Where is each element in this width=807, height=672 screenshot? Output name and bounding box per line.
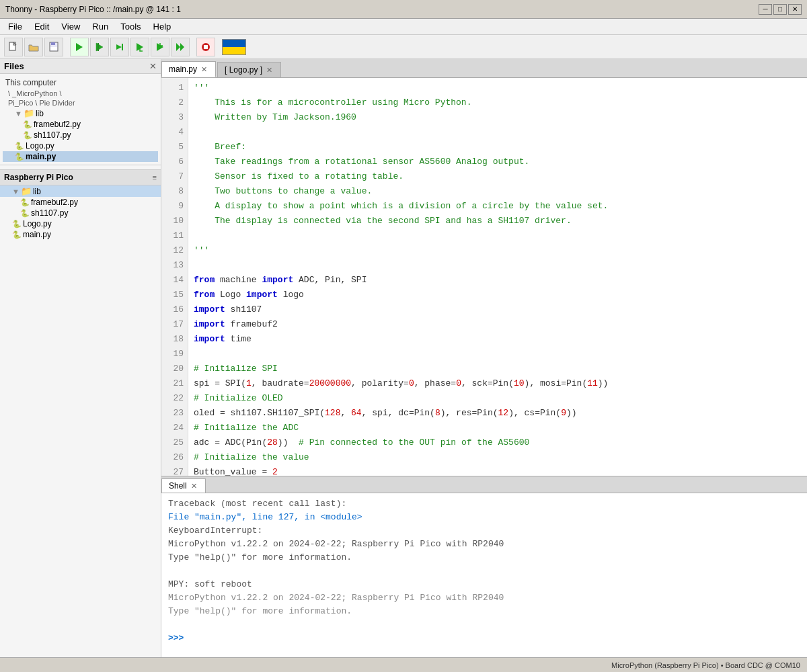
shell-line-8: Type "help()" for more information. [168, 605, 800, 618]
tab-logo-py-close[interactable]: ✕ [265, 66, 274, 75]
computer-framebuf2[interactable]: 🐍 framebuf2.py [3, 119, 158, 130]
tab-main-py-label: main.py [169, 65, 197, 74]
shell-content[interactable]: Traceback (most recent call last): File … [161, 493, 807, 657]
framebuf2-label: framebuf2.py [34, 120, 81, 129]
py-green-icon2: 🐍 [12, 220, 22, 228]
menu-help[interactable]: Help [148, 20, 177, 33]
save-file-button[interactable] [44, 38, 63, 56]
py-icon: 🐍 [23, 120, 32, 129]
computer-main[interactable]: 🐍 main.py [3, 151, 158, 162]
files-panel-title: Files [4, 61, 145, 71]
code-content[interactable]: ''' This is for a microcontroller using … [188, 78, 807, 476]
pico-framebuf2-label: framebuf2.py [31, 198, 78, 207]
svg-rect-14 [204, 45, 208, 49]
menu-tools[interactable]: Tools [115, 20, 146, 33]
shell-line-5: Type "help()" for more information. [168, 551, 800, 564]
file-panel: Files ✕ This computer \ _MicroPython \ P… [0, 59, 161, 657]
shell-line-2: File "main.py", line 127, in <module> [168, 511, 800, 524]
svg-marker-7 [116, 44, 122, 50]
tab-main-py-close[interactable]: ✕ [200, 65, 208, 74]
py-icon2: 🐍 [20, 198, 30, 207]
svg-marker-5 [96, 43, 103, 51]
py-green-icon: 🐍 [15, 142, 24, 151]
file-tree-scroll: This computer \ _MicroPython \ Pi_Pico \… [0, 74, 161, 657]
svg-marker-4 [76, 43, 83, 51]
computer-sh1107[interactable]: 🐍 sh1107.py [3, 130, 158, 140]
py-icon3: 🐍 [20, 209, 30, 218]
pico-logo-label: Logo.py [23, 219, 52, 228]
shell-tab-label: Shell [169, 481, 187, 491]
window-title: Thonny - Raspberry Pi Pico :: /main.py @… [5, 5, 181, 14]
toolbar [0, 35, 807, 59]
pico-sh1107-label: sh1107.py [31, 208, 68, 218]
py-green-icon3: 🐍 [12, 230, 22, 239]
close-button[interactable]: ✕ [788, 4, 802, 15]
svg-rect-2 [51, 42, 55, 45]
tab-logo-py-label: [ Logo.py ] [225, 65, 262, 75]
computer-lib-folder[interactable]: ▼ 📁 lib [3, 108, 158, 119]
menu-file[interactable]: File [3, 20, 28, 33]
pico-main-label: main.py [23, 230, 51, 239]
step-out-button[interactable] [151, 38, 169, 56]
ukraine-flag [222, 39, 246, 55]
menu-view[interactable]: View [56, 20, 85, 33]
py-icon: 🐍 [23, 131, 32, 140]
tab-bar: main.py ✕ [ Logo.py ] ✕ [161, 59, 807, 78]
open-file-button[interactable] [24, 38, 43, 56]
svg-rect-3 [50, 47, 57, 50]
shell-line-1: Traceback (most recent call last): [168, 497, 800, 511]
new-file-button[interactable] [4, 38, 23, 56]
menu-edit[interactable]: Edit [29, 20, 54, 33]
window-controls: ─ □ ✕ [759, 4, 802, 15]
main-area: Files ✕ This computer \ _MicroPython \ P… [0, 59, 807, 657]
expand-arrow2: ▼ [12, 187, 20, 196]
shell-line-blank1 [168, 564, 800, 578]
pico-lib-folder[interactable]: ▼ 📁 lib [0, 185, 161, 197]
pico-framebuf2[interactable]: 🐍 framebuf2.py [0, 197, 161, 208]
folder-icon2: 📁 [21, 186, 32, 196]
pico-menu-icon[interactable]: ≡ [153, 173, 157, 181]
expand-arrow: ▼ [15, 110, 22, 118]
file-path-micro: \ _MicroPython \ [3, 89, 158, 98]
pico-lib-label: lib [33, 187, 41, 196]
pico-logo[interactable]: 🐍 Logo.py [0, 218, 161, 229]
pico-main[interactable]: 🐍 main.py [0, 229, 161, 240]
shell-tab-close[interactable]: ✕ [190, 482, 198, 491]
shell-prompt-line: >>> [168, 632, 800, 645]
maximize-button[interactable]: □ [773, 4, 787, 15]
folder-icon: 📁 [24, 108, 34, 118]
status-bar: MicroPython (Raspberry Pi Pico) • Board … [0, 657, 807, 672]
tab-logo-py[interactable]: [ Logo.py ] ✕ [217, 62, 281, 77]
editor-area: main.py ✕ [ Logo.py ] ✕ 12345 678910 111… [161, 59, 807, 657]
sh1107-label: sh1107.py [34, 130, 71, 140]
shell-tab[interactable]: Shell ✕ [161, 478, 206, 493]
menu-run[interactable]: Run [87, 20, 114, 33]
tab-main-py[interactable]: main.py ✕ [161, 61, 216, 77]
shell-line-7: MicroPython v1.22.2 on 2024-02-22; Raspb… [168, 591, 800, 605]
run-button[interactable] [70, 38, 89, 56]
code-editor[interactable]: 12345 678910 1112131415 1617181920 21222… [161, 78, 807, 476]
file-panel-header: Files ✕ [0, 59, 161, 74]
pico-sh1107[interactable]: 🐍 sh1107.py [0, 208, 161, 218]
py-green-icon: 🐍 [15, 153, 24, 161]
debug-button[interactable] [90, 38, 109, 56]
logo-label: Logo.py [26, 141, 54, 151]
svg-marker-12 [180, 43, 184, 51]
lib-label: lib [36, 109, 44, 118]
file-path-pico: Pi_Pico \ Pie Divider [3, 98, 158, 108]
line-numbers: 12345 678910 1112131415 1617181920 21222… [161, 78, 188, 476]
shell-line-blank2 [168, 618, 800, 632]
step-over-button[interactable] [110, 38, 129, 56]
file-panel-close[interactable]: ✕ [149, 61, 157, 71]
this-computer-section: This computer \ _MicroPython \ Pi_Pico \… [0, 74, 161, 162]
computer-logo[interactable]: 🐍 Logo.py [3, 140, 158, 151]
shell-line-3: KeyboardInterrupt: [168, 524, 800, 538]
menu-bar: File Edit View Run Tools Help [0, 19, 807, 35]
shell-line-4: MicroPython v1.22.2 on 2024-02-22; Raspb… [168, 538, 800, 551]
minimize-button[interactable]: ─ [759, 4, 772, 15]
step-into-button[interactable] [130, 38, 149, 56]
stop-button[interactable] [196, 38, 215, 56]
resume-button[interactable] [171, 38, 190, 56]
shell-tab-bar: Shell ✕ [161, 476, 807, 493]
pico-section: Raspberry Pi Pico ≡ ▼ 📁 lib 🐍 framebuf2.… [0, 169, 161, 240]
